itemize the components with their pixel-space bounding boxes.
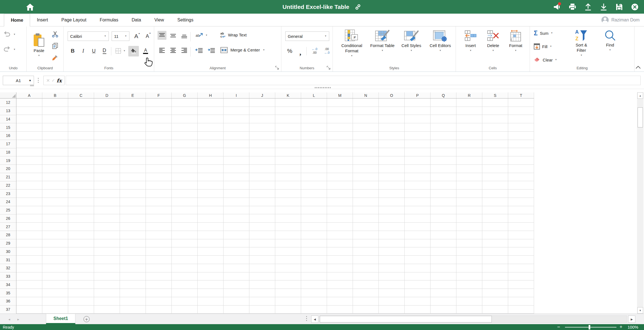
cells-grid[interactable]	[16, 98, 534, 314]
row-header-30[interactable]: 30	[0, 248, 16, 256]
align-center-button[interactable]	[169, 46, 178, 55]
double-underline-button[interactable]: D	[100, 46, 109, 55]
add-sheet-button[interactable]: +	[83, 316, 90, 322]
align-middle-button[interactable]	[169, 31, 178, 40]
row-header-25[interactable]: 25	[0, 206, 16, 215]
menu-tab-data[interactable]: Data	[125, 14, 148, 26]
name-box-resize-notch[interactable]	[30, 85, 34, 86]
decrease-indent-button[interactable]	[194, 46, 204, 55]
row-header-26[interactable]: 26	[0, 215, 16, 223]
upload-button[interactable]	[583, 2, 593, 12]
row-header-27[interactable]: 27	[0, 223, 16, 231]
row-header-31[interactable]: 31	[0, 256, 16, 264]
row-header-20[interactable]: 20	[0, 165, 16, 173]
menu-tab-formulas[interactable]: Formulas	[93, 14, 125, 26]
formula-bar-splitter[interactable]	[38, 78, 39, 83]
announcements-button[interactable]	[552, 2, 562, 12]
font-size-select[interactable]: 11 ▼	[112, 31, 129, 41]
fill-button[interactable]: Fill ▼	[534, 42, 552, 51]
vertical-scrollbar[interactable]: ▲ ▼	[637, 92, 643, 314]
row-header-36[interactable]: 36	[0, 297, 16, 306]
decrease-decimal-button[interactable]: .00→.0	[321, 46, 333, 55]
column-header-S[interactable]: S	[482, 92, 508, 98]
percent-button[interactable]: %	[285, 46, 294, 55]
row-header-29[interactable]: 29	[0, 239, 16, 248]
align-top-button[interactable]	[158, 31, 166, 40]
borders-caret-button[interactable]: ▼	[123, 50, 126, 52]
column-header-T[interactable]: T	[508, 92, 534, 98]
menu-tab-view[interactable]: View	[148, 14, 171, 26]
row-header-35[interactable]: 35	[0, 289, 16, 297]
cell-editors-button[interactable]: Cell Editors ▼	[426, 29, 454, 52]
column-header-L[interactable]: L	[301, 92, 327, 98]
save-button[interactable]	[614, 2, 624, 12]
home-button[interactable]	[24, 2, 36, 12]
column-header-F[interactable]: F	[146, 92, 172, 98]
row-header-24[interactable]: 24	[0, 198, 16, 206]
select-all-corner[interactable]	[0, 92, 16, 98]
grow-font-button[interactable]: A ▲	[132, 32, 142, 41]
row-header-32[interactable]: 32	[0, 264, 16, 272]
scroll-down-button[interactable]: ▼	[637, 307, 643, 314]
formula-input[interactable]	[66, 76, 641, 85]
row-header-18[interactable]: 18	[0, 148, 16, 157]
row-header-22[interactable]: 22	[0, 181, 16, 190]
fill-color-button[interactable]	[128, 46, 139, 56]
increase-indent-button[interactable]	[206, 46, 217, 55]
confirm-entry-button[interactable]: ✓	[51, 78, 55, 83]
sort-filter-button[interactable]: AZ Sort & Filter ▼	[568, 28, 594, 56]
column-header-I[interactable]: I	[223, 92, 249, 98]
formula-bar-resize-handle[interactable]	[315, 87, 331, 88]
next-sheet-button[interactable]: ▸	[18, 317, 19, 321]
vertical-scroll-thumb[interactable]	[638, 107, 643, 127]
row-header-15[interactable]: 15	[0, 123, 16, 132]
font-name-select[interactable]: Calibri ▼	[68, 31, 109, 41]
undo-button[interactable]: ▼	[3, 31, 16, 38]
paste-button[interactable]: Paste ▼	[30, 28, 48, 62]
format-cells-button[interactable]: Format ▼	[506, 29, 526, 52]
zoom-out-button[interactable]: −	[557, 324, 560, 330]
column-header-A[interactable]: A	[16, 92, 42, 98]
column-header-E[interactable]: E	[120, 92, 146, 98]
menu-tab-home[interactable]: Home	[4, 14, 30, 26]
menu-tab-page-layout[interactable]: Page Layout	[55, 14, 93, 26]
format-painter-button[interactable]	[51, 53, 60, 62]
format-table-button[interactable]: Format Table ▼	[368, 29, 396, 52]
column-header-G[interactable]: G	[172, 92, 198, 98]
scroll-left-button[interactable]: ◀	[311, 316, 318, 323]
row-header-33[interactable]: 33	[0, 272, 16, 281]
zoom-slider[interactable]	[565, 327, 616, 327]
wrap-text-button[interactable]: ab c Wrap Text	[220, 32, 247, 38]
column-header-H[interactable]: H	[198, 92, 223, 98]
sheet-tab-sheet1[interactable]: Sheet1	[46, 314, 75, 324]
row-header-17[interactable]: 17	[0, 140, 16, 148]
align-bottom-button[interactable]	[180, 31, 189, 40]
zoom-in-button[interactable]: +	[620, 324, 623, 330]
cut-button[interactable]	[51, 30, 60, 39]
prev-sheet-button[interactable]: ◂	[8, 317, 10, 321]
scroll-right-button[interactable]: ▶	[628, 316, 635, 323]
horizontal-scroll-thumb[interactable]	[320, 316, 492, 322]
zoom-slider-thumb[interactable]	[589, 325, 590, 329]
column-header-N[interactable]: N	[353, 92, 379, 98]
copy-button[interactable]	[51, 41, 60, 50]
collapse-ribbon-button[interactable]	[636, 66, 641, 69]
increase-decimal-button[interactable]: ←.0.00	[309, 46, 320, 55]
orientation-button[interactable]: ab	[193, 31, 202, 40]
name-box[interactable]: A1 ▼	[3, 76, 34, 85]
tabbar-splitter[interactable]	[306, 316, 307, 321]
row-header-21[interactable]: 21	[0, 173, 16, 181]
align-left-button[interactable]	[158, 46, 166, 55]
row-header-19[interactable]: 19	[0, 156, 16, 165]
cancel-entry-button[interactable]: ✕	[46, 78, 50, 83]
comma-button[interactable]: ,	[296, 46, 305, 55]
user-account[interactable]: Raziman Dom	[601, 14, 640, 26]
italic-button[interactable]: I	[79, 46, 88, 55]
column-header-Q[interactable]: Q	[431, 92, 456, 98]
cell-styles-button[interactable]: Cell Styles ▼	[397, 29, 425, 52]
column-header-K[interactable]: K	[275, 92, 301, 98]
sum-button[interactable]: Σ Sum ▼	[534, 29, 553, 38]
scroll-up-button[interactable]: ▲	[637, 92, 643, 99]
row-header-23[interactable]: 23	[0, 189, 16, 198]
orientation-caret-button[interactable]: ▼	[205, 34, 208, 36]
